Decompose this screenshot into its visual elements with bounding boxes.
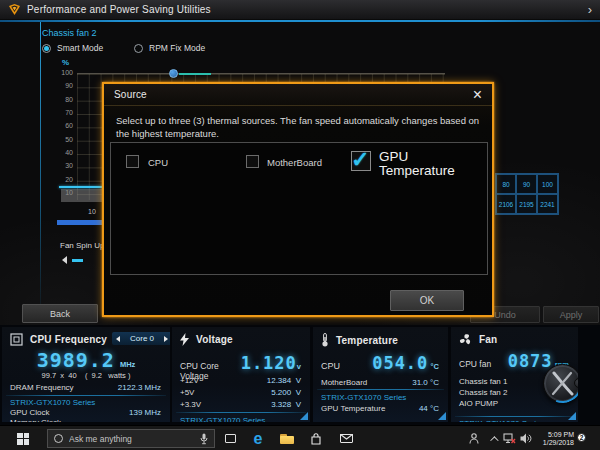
store-button[interactable] (304, 426, 328, 450)
cpu-frequency-header: CPU Frequency (10, 333, 107, 346)
cpu-chip-icon (10, 333, 23, 346)
core-selector[interactable]: Core 0 (112, 332, 170, 345)
gpu-clock-value: 139 MHz (129, 408, 161, 417)
fan-spin-up-label: Fan Spin Up (60, 241, 104, 250)
cpu-core-voltage-value: 1.120 (241, 353, 297, 373)
chevron-left-icon[interactable] (116, 336, 120, 342)
slider-handle[interactable] (72, 259, 83, 262)
task-view-button[interactable] (218, 426, 242, 450)
panel-divider (455, 416, 574, 417)
people-tray-button[interactable] (465, 426, 483, 450)
fan-panel: Fan CPU fan 0873 rpm Chassis fan 1 Chass… (451, 327, 578, 422)
gpu-temperature-checkbox-label: GPU Temperature (379, 150, 467, 179)
speaker-icon (520, 433, 532, 444)
motherboard-temp-row: MotherBoard 31.0 °C (321, 378, 439, 387)
gpu-temperature-value: 44 °C (419, 404, 439, 413)
rail-5v-label: +5V (180, 388, 194, 397)
mail-button[interactable] (334, 426, 358, 450)
rpm-fix-mode-label: RPM Fix Mode (149, 43, 205, 53)
cpu-temperature-readout: 054.0 °C (372, 353, 439, 373)
temperature-title: Temperature (336, 335, 398, 346)
fan-curve-point[interactable] (169, 69, 178, 78)
source-dialog-titlebar: Source × (104, 84, 492, 106)
cpu-frequency-detail: 99.7 x 40 ( 9.2 watts ) (2, 371, 170, 380)
ok-button[interactable]: OK (390, 290, 464, 311)
y-tick: 90 (53, 82, 73, 89)
edge-button[interactable]: e (246, 426, 270, 450)
fan-icon (459, 333, 472, 346)
y-tick: 70 (53, 109, 73, 116)
fan-spin-up-slider[interactable] (62, 256, 83, 264)
current-duty-line (59, 186, 104, 188)
y-tick: 30 (53, 162, 73, 169)
lightning-icon (180, 333, 189, 346)
microphone-icon[interactable] (200, 433, 208, 445)
cpu-temperature-label: CPU (321, 361, 340, 371)
rail-12v-value: 12.384 V (267, 376, 301, 385)
file-explorer-button[interactable] (275, 426, 299, 450)
titlebar-chevron-icon[interactable]: › (588, 3, 592, 16)
gpu-temperature-checkbox[interactable]: ✓ (351, 151, 371, 171)
windows-logo-icon (17, 433, 29, 445)
motherboard-checkbox[interactable] (246, 155, 259, 168)
tray-overflow-button[interactable] (486, 426, 500, 450)
smart-mode-radio[interactable] (42, 44, 51, 53)
cortana-search-box[interactable] (47, 429, 215, 448)
smart-mode-option[interactable]: Smart Mode (42, 42, 103, 54)
cpu-checkbox[interactable] (126, 155, 139, 168)
apply-button[interactable]: Apply (543, 306, 599, 323)
rpm-fix-mode-radio[interactable] (134, 44, 143, 53)
titlebar: Performance and Power Saving Utilities › (0, 0, 600, 19)
y-tick: 50 (53, 136, 73, 143)
rpm-fix-mode-option[interactable]: RPM Fix Mode (134, 42, 205, 54)
search-input[interactable] (69, 434, 194, 444)
rpm-table-rpm-cell: 2195 (516, 194, 537, 214)
fan-header: Fan (459, 333, 497, 346)
thermometer-icon (321, 333, 329, 347)
edge-icon: e (254, 431, 263, 447)
y-tick: 60 (53, 122, 73, 129)
people-icon (469, 433, 479, 444)
gpu-series-label: STRIX-GTX1070 Series (321, 393, 406, 402)
cpu-temperature-row: CPU 054.0 °C (321, 353, 439, 373)
start-button[interactable] (0, 426, 46, 450)
notification-badge: 2 (577, 433, 586, 442)
cpu-core-voltage-readout: 1.120v (241, 353, 301, 373)
dram-frequency-value: 2122.3 MHz (118, 383, 161, 392)
panel-expand-handle[interactable] (438, 412, 446, 420)
cpu-core-voltage-unit: v (297, 362, 301, 371)
gpu-series-label: STRIX-GTX1070 Series (180, 416, 265, 422)
rpm-table-rpm-cell: 2106 (496, 194, 516, 214)
check-icon: ✓ (351, 147, 369, 173)
folder-icon (280, 434, 294, 444)
rpm-table-temp-cell: 90 (516, 174, 537, 194)
fan-curve-segment (179, 73, 211, 75)
taskbar-clock[interactable]: 5:09 PM 1/29/2018 (536, 426, 574, 450)
app-window: Performance and Power Saving Utilities ›… (0, 0, 600, 450)
windows-taskbar: e (0, 425, 600, 450)
chevron-right-icon[interactable] (164, 336, 168, 342)
chevron-left-icon[interactable] (62, 256, 67, 264)
undo-button-label: Undo (494, 310, 516, 320)
fan-item: Chassis fan 2 (459, 388, 507, 397)
close-icon[interactable]: × (473, 88, 482, 102)
volume-tray-button[interactable] (517, 426, 534, 450)
panel-expand-handle[interactable] (568, 412, 576, 420)
action-center-button[interactable]: 2 (572, 426, 592, 450)
motherboard-temp-label: MotherBoard (321, 378, 367, 387)
ok-button-label: OK (420, 295, 434, 306)
gpu-series-label: STRIX-GTX1070 Series (10, 398, 95, 407)
back-button[interactable]: Back (22, 304, 98, 323)
cpu-fan-label: CPU fan (459, 359, 491, 369)
network-tray-button[interactable] (501, 426, 517, 450)
rail-12v-row: +12V 12.384 V (180, 376, 301, 385)
panel-expand-handle[interactable] (300, 412, 308, 420)
gpu-temperature-label: GPU Temperature (321, 404, 385, 413)
rpm-table-rpm-cell: 2241 (537, 194, 558, 214)
network-no-internet-icon (503, 433, 516, 444)
fan-title: Fan (479, 334, 497, 345)
chevron-up-icon (490, 436, 498, 444)
chart-horizontal-slider[interactable] (57, 220, 104, 225)
cpu-temperature-unit: °C (431, 362, 439, 371)
gpu-series-label: STRIX-GTX1070 Series (459, 419, 544, 422)
